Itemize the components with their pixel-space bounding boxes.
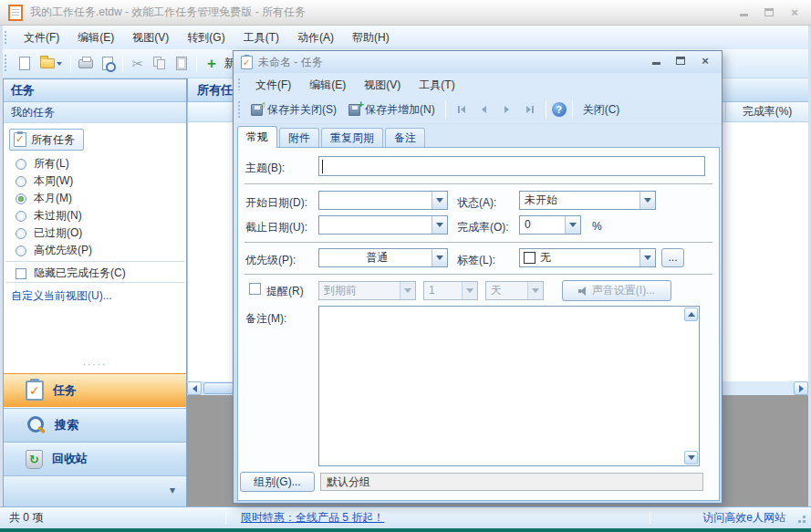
menu-tools[interactable]: 工具(T) <box>234 26 288 48</box>
tasks-clipboard-icon: ✓ <box>14 132 26 147</box>
filter-overdue[interactable]: 已过期(O) <box>16 226 82 240</box>
sound-settings-label: 声音设置(I)... <box>592 283 655 298</box>
print-button[interactable] <box>76 53 96 75</box>
open-file-button[interactable] <box>36 53 66 75</box>
main-titlebar: 我的工作任务.etdw - 效能工作任务管理免费版 - 所有任务 × <box>0 0 811 26</box>
dialog-close-toolbar-button[interactable]: 关闭(C) <box>578 100 625 120</box>
form-divider <box>244 183 712 184</box>
dialog-menu-file[interactable]: 文件(F) <box>246 74 300 96</box>
toolbar-grip <box>5 55 6 72</box>
form-divider <box>244 274 712 275</box>
new-task-button[interactable]: + <box>202 53 222 75</box>
main-menubar: 文件(F) 编辑(E) 视图(V) 转到(G) 工具(T) 动作(A) 帮助(H… <box>0 26 811 49</box>
close-button[interactable]: × <box>785 5 804 20</box>
minimize-button[interactable] <box>734 5 753 20</box>
sidebar-nav-tasks[interactable]: ✓ 任务 <box>4 373 186 407</box>
start-date-combo[interactable] <box>318 191 448 210</box>
copy-button[interactable] <box>150 53 170 75</box>
filter-all[interactable]: 所有(L) <box>16 157 69 171</box>
menu-goto[interactable]: 转到(G) <box>178 26 234 48</box>
scroll-right-icon <box>799 385 804 392</box>
sidebar-nav-recycle-bin[interactable]: ↻ 回收站 <box>4 442 186 475</box>
form-divider <box>244 242 712 243</box>
priority-combo[interactable]: 普通 <box>318 248 448 267</box>
tag-combo[interactable]: 无 <box>519 248 656 267</box>
tab-recurrence[interactable]: 重复周期 <box>321 128 383 147</box>
radio-icon <box>16 211 26 222</box>
menu-actions[interactable]: 动作(A) <box>288 26 343 48</box>
last-record-button[interactable] <box>520 100 540 119</box>
toolbar-separator <box>546 100 546 119</box>
due-date-combo[interactable] <box>318 215 448 235</box>
hide-completed-checkbox-row[interactable]: 隐藏已完成任务(C) <box>16 266 126 280</box>
group-button[interactable]: 组别(G)... <box>240 472 315 492</box>
dropdown-button <box>462 282 477 299</box>
tag-more-button[interactable]: ... <box>661 248 684 267</box>
reminder-label: 提醒(R) <box>266 284 304 299</box>
save-add-label: 保存并增加(N) <box>365 102 435 118</box>
customize-view-link[interactable]: 自定义当前视图(U)... <box>11 288 112 304</box>
tab-general[interactable]: 常规 <box>237 126 277 148</box>
dialog-minimize-button[interactable] <box>647 54 665 68</box>
next-record-button[interactable] <box>497 100 517 119</box>
scroll-right-button[interactable] <box>794 381 808 395</box>
dialog-menubar-grip <box>238 78 240 90</box>
notes-scroll-down-button[interactable] <box>684 451 698 464</box>
menu-edit[interactable]: 编辑(E) <box>68 26 123 48</box>
dropdown-arrow-icon <box>404 288 411 293</box>
dropdown-button[interactable] <box>431 192 447 209</box>
menu-help[interactable]: 帮助(H) <box>343 26 399 48</box>
dropdown-button[interactable] <box>431 249 447 266</box>
completion-combo[interactable]: 0 <box>519 215 581 235</box>
notes-textarea[interactable] <box>318 306 700 466</box>
dialog-menu-edit[interactable]: 编辑(E) <box>300 74 355 96</box>
paste-button[interactable] <box>172 53 192 75</box>
all-tasks-button[interactable]: ✓ 所有任务 <box>9 129 84 151</box>
resize-grip[interactable] <box>803 520 806 523</box>
tab-notes[interactable]: 备注 <box>385 128 425 147</box>
promo-link[interactable]: 限时特惠：全线产品 5 折起！ <box>241 507 384 528</box>
tag-color-swatch <box>524 252 535 264</box>
dialog-close-button[interactable]: × <box>696 54 714 68</box>
sidebar-nav-options-strip[interactable]: ▾ <box>4 475 186 506</box>
first-record-button[interactable] <box>452 100 472 119</box>
dialog-menu-tools[interactable]: 工具(T) <box>410 74 463 96</box>
sidebar: 任务 我的任务 ✓ 所有任务 所有(L) 本周(W) 本月(M) 未过期(N) … <box>3 78 187 506</box>
print-preview-button[interactable] <box>98 53 118 75</box>
tab-attachments[interactable]: 附件 <box>279 128 319 147</box>
save-add-button[interactable]: + 保存并增加(N) <box>344 100 440 120</box>
cut-button[interactable]: ✂ <box>128 53 148 75</box>
sidebar-splitter-handle[interactable]: ····· <box>4 359 186 373</box>
dialog-maximize-button[interactable] <box>671 54 690 68</box>
dropdown-button[interactable] <box>431 216 447 234</box>
subject-input[interactable] <box>318 156 705 176</box>
scroll-left-button[interactable] <box>187 381 202 395</box>
filter-not-due[interactable]: 未过期(N) <box>16 209 82 223</box>
filter-high-priority[interactable]: 高优先级(P) <box>16 244 92 257</box>
previous-record-button[interactable] <box>474 100 494 119</box>
scroll-left-icon <box>192 385 197 392</box>
subject-label: 主题(B): <box>245 161 285 176</box>
save-close-button[interactable]: ↑ 保存并关闭(S) <box>246 100 341 120</box>
dropdown-button[interactable] <box>565 216 580 234</box>
column-header-completion[interactable]: 完成率(%) <box>725 102 808 122</box>
sidebar-nav-search[interactable]: 搜索 <box>4 408 186 442</box>
filter-this-month[interactable]: 本月(M) <box>16 192 72 205</box>
dialog-menu-view[interactable]: 视图(V) <box>355 74 410 96</box>
dropdown-button[interactable] <box>639 249 655 266</box>
notes-scroll-up-button[interactable] <box>684 308 698 321</box>
task-icon: ✓ <box>241 56 253 69</box>
tasks-icon: ✓ <box>26 381 44 401</box>
menu-file[interactable]: 文件(F) <box>15 26 68 48</box>
new-file-button[interactable] <box>15 53 35 75</box>
dropdown-arrow-icon <box>436 256 443 260</box>
reminder-checkbox[interactable] <box>249 283 261 295</box>
dropdown-arrow-icon <box>569 223 577 227</box>
website-link[interactable]: 访问高效e人网站 <box>702 507 785 528</box>
menu-view[interactable]: 视图(V) <box>123 26 178 48</box>
status-combo[interactable]: 未开始 <box>519 191 656 210</box>
maximize-button[interactable] <box>760 5 778 20</box>
filter-this-week[interactable]: 本周(W) <box>16 174 73 188</box>
dropdown-button[interactable] <box>639 192 655 209</box>
help-button[interactable]: ? <box>552 102 567 117</box>
